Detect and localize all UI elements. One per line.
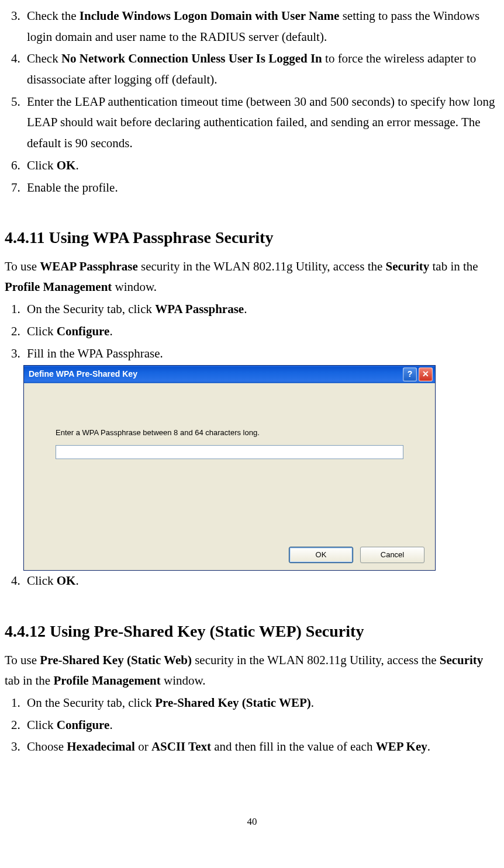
dialog-titlebar: Define WPA Pre-Shared Key ? ✕ (24, 366, 435, 383)
list-item: Click Configure. (23, 715, 499, 736)
close-icon[interactable]: ✕ (419, 367, 433, 381)
dialog-instruction: Enter a WPA Passphrase between 8 and 64 … (56, 426, 403, 439)
page-number: 40 (5, 814, 499, 831)
dialog-title: Define WPA Pre-Shared Key (29, 367, 137, 381)
help-icon[interactable]: ? (403, 367, 417, 381)
section-c-list: On the Security tab, click Pre-Shared Ke… (5, 693, 499, 758)
section-b-list: On the Security tab, click WPA Passphras… (5, 299, 499, 592)
list-item: Click Configure. (23, 321, 499, 342)
list-item: Click OK. (23, 155, 499, 176)
list-item: Fill in the WPA Passphrase. (23, 343, 499, 364)
cancel-button[interactable]: Cancel (360, 547, 424, 563)
heading-4-4-11: 4.4.11 Using WPA Passphrase Security (5, 224, 499, 252)
list-item: Enter the LEAP authentication timeout ti… (23, 92, 499, 154)
passphrase-input[interactable] (56, 445, 403, 459)
section-a-list: Check the Include Windows Logon Domain w… (5, 6, 499, 198)
heading-4-4-12: 4.4.12 Using Pre-Shared Key (Static WEP)… (5, 617, 499, 645)
list-item: On the Security tab, click Pre-Shared Ke… (23, 693, 499, 714)
list-item: Enable the profile. (23, 178, 499, 199)
list-item: Click OK. (23, 571, 499, 592)
list-item: On the Security tab, click WPA Passphras… (23, 299, 499, 320)
list-item: Check the Include Windows Logon Domain w… (23, 6, 499, 47)
intro-4-4-12: To use Pre-Shared Key (Static Web) secur… (5, 650, 499, 692)
wpa-preshared-dialog: Define WPA Pre-Shared Key ? ✕ Enter a WP… (23, 365, 436, 571)
list-item: Check No Network Connection Unless User … (23, 48, 499, 90)
list-item: Choose Hexadecimal or ASCII Text and the… (23, 737, 499, 758)
intro-4-4-11: To use WEAP Passphrase security in the W… (5, 256, 499, 298)
ok-button[interactable]: OK (289, 547, 353, 563)
